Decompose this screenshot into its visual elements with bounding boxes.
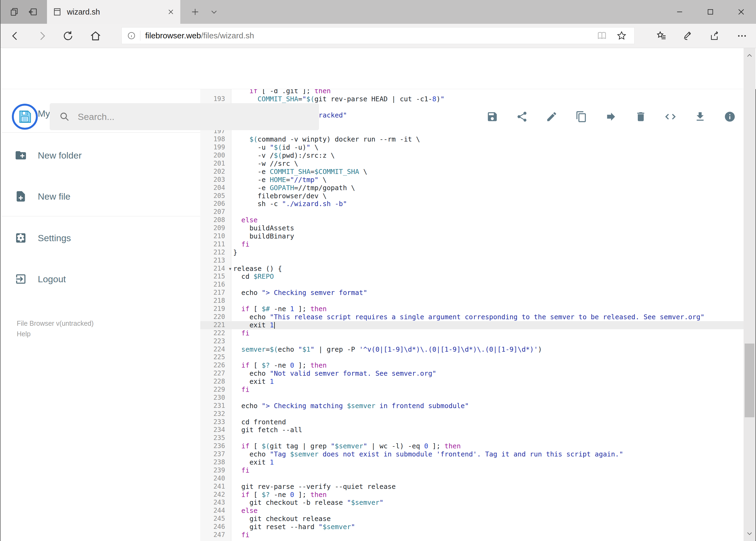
code-editor[interactable]: if [ -d .git ]; then193 COMMIT_SHA="$(gi… bbox=[200, 89, 745, 541]
scrollbar-thumb[interactable] bbox=[745, 343, 754, 417]
code-line-202[interactable]: 202 -e COMMIT_SHA=$COMMIT_SHA \ bbox=[200, 168, 745, 176]
code-line-192[interactable]: if [ -d .git ]; then bbox=[200, 89, 745, 95]
code-line-205[interactable]: 205 filebrowser/dev \ bbox=[200, 192, 745, 200]
code-line-220[interactable]: 220 echo "This release script requires a… bbox=[200, 313, 745, 321]
code-line-208[interactable]: 208 else bbox=[200, 216, 745, 224]
code-line-247[interactable]: 247 fi bbox=[200, 531, 745, 539]
page-scrollbar[interactable] bbox=[744, 48, 755, 541]
code-line-221[interactable]: 221 exit 1 bbox=[200, 321, 745, 329]
search-input[interactable]: Search... bbox=[50, 103, 319, 130]
line-number: 200 bbox=[200, 152, 231, 160]
reading-view-icon[interactable] bbox=[597, 31, 607, 41]
scroll-down-icon[interactable] bbox=[744, 526, 755, 540]
refresh-button[interactable] bbox=[57, 24, 79, 48]
tab-close-icon[interactable] bbox=[167, 8, 174, 15]
code-line-216[interactable]: 216 bbox=[200, 280, 745, 289]
code-line-211[interactable]: 211 fi bbox=[200, 241, 745, 249]
code-line-223[interactable]: 223 bbox=[200, 337, 745, 345]
code-line-199[interactable]: 199 -u "$(id -u)" \ bbox=[200, 144, 745, 152]
download-icon[interactable] bbox=[694, 111, 706, 123]
line-number: 235 bbox=[200, 434, 231, 442]
code-line-219[interactable]: 219 if [ $# -ne 1 ]; then bbox=[200, 305, 745, 313]
code-line-225[interactable]: 225 bbox=[200, 353, 745, 361]
code-line-231[interactable]: 231 echo "> Checking matching $semver in… bbox=[200, 402, 745, 410]
code-line-235[interactable]: 235 bbox=[200, 434, 745, 442]
fold-arrow-icon[interactable]: ▾ bbox=[229, 265, 231, 273]
code-line-246[interactable]: 246 git reset --hard "$semver" bbox=[200, 523, 745, 531]
maximize-button[interactable] bbox=[695, 0, 726, 24]
tab-preview-icon[interactable] bbox=[10, 7, 19, 16]
code-line-210[interactable]: 210 buildBinary bbox=[200, 232, 745, 241]
back-button[interactable] bbox=[4, 24, 26, 48]
code-line-209[interactable]: 209 buildAssets bbox=[200, 224, 745, 232]
hub-favorites-icon[interactable] bbox=[651, 24, 672, 48]
browser-tab[interactable]: wizard.sh bbox=[47, 0, 180, 24]
sidebar-item-new-file[interactable]: New file bbox=[1, 182, 200, 211]
sidebar-item-new-folder[interactable]: New folder bbox=[1, 141, 200, 170]
code-line-232[interactable]: 232 bbox=[200, 410, 745, 418]
url-text[interactable]: filebrowser.web/files/wizard.sh bbox=[145, 31, 597, 40]
code-line-229[interactable]: 229 fi bbox=[200, 386, 745, 394]
code-lines[interactable]: if [ -d .git ]; then193 COMMIT_SHA="$(gi… bbox=[200, 89, 745, 539]
move-icon[interactable] bbox=[605, 111, 617, 123]
page-info-icon[interactable] bbox=[127, 31, 136, 40]
help-link[interactable]: Help bbox=[17, 329, 94, 339]
favorite-star-icon[interactable] bbox=[617, 31, 627, 41]
code-line-239[interactable]: 239 fi bbox=[200, 466, 745, 475]
tab-list-button[interactable] bbox=[206, 0, 222, 24]
code-line-227[interactable]: 227 echo "Not valid semver format. See s… bbox=[200, 369, 745, 377]
code-line-240[interactable]: 240 bbox=[200, 475, 745, 483]
save-icon[interactable] bbox=[486, 111, 499, 123]
code-line-245[interactable]: 245 git checkout release bbox=[200, 515, 745, 523]
code-line-244[interactable]: 244 else bbox=[200, 507, 745, 515]
tab-dock bbox=[1, 0, 47, 24]
code-line-214[interactable]: 214▾release () { bbox=[200, 265, 745, 273]
forward-button[interactable] bbox=[31, 24, 53, 48]
scroll-up-icon[interactable] bbox=[744, 49, 755, 63]
code-line-230[interactable]: 230 bbox=[200, 394, 745, 402]
code-line-204[interactable]: 204 -e GOPATH=//tmp/gopath \ bbox=[200, 184, 745, 192]
copy-icon[interactable] bbox=[575, 111, 588, 123]
code-line-238[interactable]: 238 exit 1 bbox=[200, 458, 745, 466]
code-line-228[interactable]: 228 exit 1 bbox=[200, 377, 745, 386]
code-line-241[interactable]: 241 git rev-parse --verify --quiet relea… bbox=[200, 483, 745, 491]
set-tabs-aside-icon[interactable] bbox=[28, 7, 38, 16]
info-icon[interactable] bbox=[724, 111, 736, 123]
code-line-226[interactable]: 226 if [ $? -ne 0 ]; then bbox=[200, 361, 745, 369]
line-number: 243 bbox=[200, 499, 231, 507]
code-line-201[interactable]: 201 -w //src \ bbox=[200, 160, 745, 168]
close-window-button[interactable] bbox=[726, 0, 756, 24]
file-browser-logo[interactable] bbox=[12, 104, 38, 130]
code-line-233[interactable]: 233 cd frontend bbox=[200, 418, 745, 426]
code-line-224[interactable]: 224 semver=$(echo "$1" | grep -P '^v(0|[… bbox=[200, 345, 745, 353]
share-page-icon[interactable] bbox=[704, 24, 726, 48]
code-line-242[interactable]: 242 if [ $? -ne 0 ]; then bbox=[200, 491, 745, 499]
code-line-206[interactable]: 206 sh -c "./wizard.sh -b" bbox=[200, 200, 745, 208]
sidebar-item-logout[interactable]: Logout bbox=[1, 264, 200, 294]
code-line-237[interactable]: 237 echo "Tag $semver does not exist in … bbox=[200, 450, 745, 458]
code-line-215[interactable]: 215 cd $REPO bbox=[200, 272, 745, 280]
minimize-button[interactable] bbox=[664, 0, 695, 24]
more-options-icon[interactable] bbox=[731, 24, 753, 48]
new-tab-button[interactable] bbox=[187, 0, 203, 24]
code-line-203[interactable]: 203 -e HOME="//tmp" \ bbox=[200, 176, 745, 184]
share-icon[interactable] bbox=[516, 111, 528, 123]
code-line-207[interactable]: 207 bbox=[200, 208, 745, 216]
sidebar-item-settings[interactable]: Settings bbox=[1, 223, 200, 253]
code-line-217[interactable]: 217 echo "> Checking semver format" bbox=[200, 289, 745, 297]
code-icon[interactable] bbox=[664, 111, 677, 123]
home-button[interactable] bbox=[85, 24, 106, 48]
code-line-236[interactable]: 236 if [ $(git tag | grep "$semver" | wc… bbox=[200, 442, 745, 450]
code-line-200[interactable]: 200 -v /$(pwd):/src:z \ bbox=[200, 152, 745, 160]
code-line-212[interactable]: 212} bbox=[200, 249, 745, 257]
code-line-222[interactable]: 222 fi bbox=[200, 329, 745, 337]
line-number: 229 bbox=[200, 386, 231, 394]
delete-icon[interactable] bbox=[634, 111, 647, 123]
code-line-218[interactable]: 218 bbox=[200, 297, 745, 305]
web-note-pen-icon[interactable] bbox=[677, 24, 699, 48]
code-line-213[interactable]: 213 bbox=[200, 257, 745, 265]
code-line-243[interactable]: 243 git checkout -b release "$semver" bbox=[200, 499, 745, 507]
code-line-234[interactable]: 234 git fetch --all bbox=[200, 426, 745, 434]
edit-icon[interactable] bbox=[546, 111, 558, 123]
address-bar[interactable]: filebrowser.web/files/wizard.sh bbox=[122, 27, 634, 44]
